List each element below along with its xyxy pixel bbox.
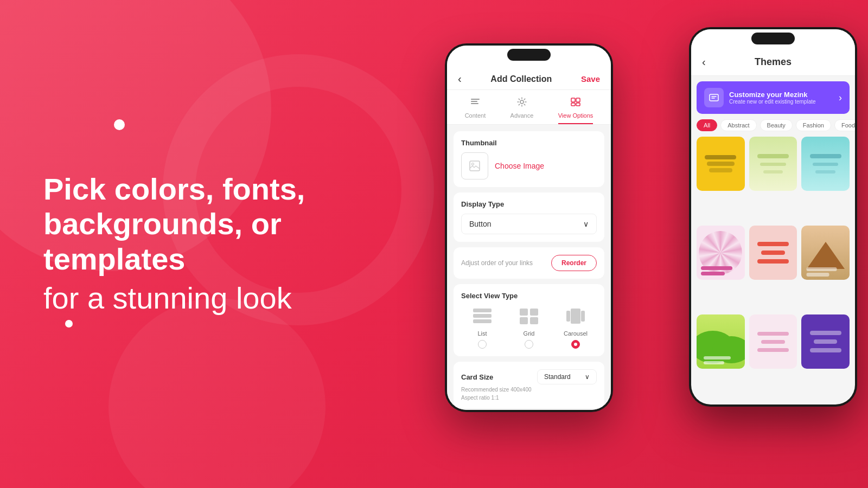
tab-advance-label: Advance (510, 112, 534, 119)
theme-card-pink-burst[interactable] (697, 226, 745, 280)
display-type-label: Display Type (461, 200, 597, 208)
headline-line2: backgrounds, or templates (43, 207, 423, 277)
headline-line3: for a stunning look (43, 281, 423, 316)
svg-rect-19 (581, 311, 585, 322)
reorder-row: Adjust order of your links Reorder (461, 255, 597, 271)
chevron-down-icon: ∨ (583, 220, 589, 228)
choose-image-button[interactable]: Choose Image (495, 162, 544, 170)
theme-card-red[interactable] (749, 226, 797, 280)
svg-point-9 (472, 163, 474, 165)
svg-rect-16 (530, 317, 538, 324)
view-type-grid: List (461, 305, 597, 349)
theme-card-yellow[interactable] (697, 137, 745, 191)
tab-advance[interactable]: Advance (510, 97, 534, 124)
view-type-grid-item[interactable]: Grid (508, 305, 550, 349)
carousel-radio[interactable] (571, 340, 580, 349)
svg-rect-1 (471, 101, 477, 102)
themes-title: Themes (755, 56, 792, 68)
tab-content-label: Content (465, 112, 486, 119)
headline-line1: Pick colors, fonts, (43, 172, 423, 207)
pill-food[interactable]: Food (834, 119, 855, 131)
card-size-value: Standard (544, 373, 571, 381)
desert-mountain (807, 242, 845, 269)
recommended-size-text: Recommended size 400x400 (461, 387, 597, 393)
select-view-type-label: Select View Type (461, 292, 597, 300)
green-bars (704, 356, 737, 364)
add-collection-title: Add Collection (490, 74, 552, 84)
view-type-carousel[interactable]: Carousel (554, 305, 597, 349)
advance-icon (516, 97, 527, 110)
svg-rect-5 (576, 98, 580, 102)
pink-bars (701, 266, 741, 275)
svg-rect-14 (530, 309, 538, 316)
desert-bars (806, 267, 845, 277)
banner-arrow-icon: › (839, 92, 842, 104)
display-type-value: Button (469, 220, 491, 228)
phone-back-inner: ‹ Add Collection Save Content (447, 46, 611, 410)
theme-card-pastel-green[interactable] (749, 137, 797, 191)
reorder-section: Adjust order of your links Reorder (454, 247, 604, 279)
phone-back-scroll: Thumbnail Choose Image (447, 125, 611, 410)
left-content: Pick colors, fonts, backgrounds, or temp… (43, 172, 423, 316)
svg-rect-8 (470, 161, 480, 171)
phone-add-collection: ‹ Add Collection Save Content (445, 43, 613, 412)
svg-rect-17 (571, 309, 580, 324)
thumbnail-label: Thumbnail (461, 139, 597, 147)
dot-decoration-2 (65, 320, 73, 328)
theme-card-pastel-pink[interactable] (749, 314, 797, 369)
svg-point-3 (520, 100, 524, 104)
card-size-row: Card Size Standard ∨ (461, 369, 597, 384)
list-view-icon (469, 305, 496, 327)
tab-view-options[interactable]: View Options (558, 97, 593, 124)
banner-text: Customize your Mezink Create new or edit… (729, 91, 833, 105)
save-button[interactable]: Save (581, 74, 600, 84)
svg-rect-20 (710, 94, 718, 101)
back-button[interactable]: ‹ (458, 73, 462, 85)
themes-back-button[interactable]: ‹ (702, 56, 706, 68)
svg-rect-4 (571, 98, 575, 102)
pill-abstract[interactable]: Abstract (720, 119, 756, 131)
theme-card-green-hills[interactable] (697, 314, 745, 369)
view-type-list[interactable]: List (461, 305, 503, 349)
display-type-section: Display Type Button ∨ (454, 192, 604, 242)
svg-rect-13 (520, 309, 528, 316)
carousel-label: Carousel (564, 330, 588, 337)
svg-rect-10 (473, 309, 492, 312)
grid-radio[interactable] (525, 340, 533, 349)
display-type-select[interactable]: Button ∨ (461, 214, 597, 234)
theme-card-purple[interactable] (801, 314, 850, 369)
phone-front-notch (751, 33, 795, 44)
svg-rect-12 (473, 319, 492, 323)
phones-container: ‹ Add Collection Save Content (445, 27, 857, 472)
bg-decoration-circle-medium (108, 298, 326, 488)
banner-subtitle: Create new or edit existing template (729, 99, 833, 105)
thumbnail-placeholder (461, 152, 488, 179)
theme-card-pastel-blue[interactable] (801, 137, 850, 191)
card-size-select[interactable]: Standard ∨ (537, 369, 597, 384)
pill-fashion[interactable]: Fashion (796, 119, 831, 131)
svg-rect-11 (473, 314, 492, 318)
svg-rect-15 (520, 317, 528, 324)
list-label: List (477, 330, 487, 337)
customize-banner[interactable]: Customize your Mezink Create new or edit… (697, 81, 850, 114)
phone-front-inner: ‹ Themes Customize your Mezink Create ne… (691, 29, 855, 404)
pill-beauty[interactable]: Beauty (760, 119, 793, 131)
aspect-ratio-text: Aspect ratio 1:1 (461, 395, 597, 401)
tab-view-options-label: View Options (558, 112, 593, 119)
svg-rect-2 (471, 103, 478, 104)
phone-themes: ‹ Themes Customize your Mezink Create ne… (689, 27, 857, 407)
phone-back-notch (507, 49, 551, 61)
svg-rect-0 (471, 99, 480, 100)
banner-title: Customize your Mezink (729, 91, 833, 99)
list-radio[interactable] (478, 340, 487, 349)
pill-all[interactable]: All (697, 119, 717, 131)
card-size-label: Card Size (461, 373, 493, 381)
thumbnail-section: Thumbnail Choose Image (454, 131, 604, 187)
tab-content[interactable]: Content (465, 97, 486, 124)
grid-label: Grid (524, 330, 535, 337)
theme-card-desert[interactable] (801, 226, 850, 280)
view-options-icon (570, 97, 581, 110)
reorder-button[interactable]: Reorder (551, 255, 597, 271)
svg-rect-18 (566, 311, 570, 322)
customize-icon (704, 88, 724, 107)
